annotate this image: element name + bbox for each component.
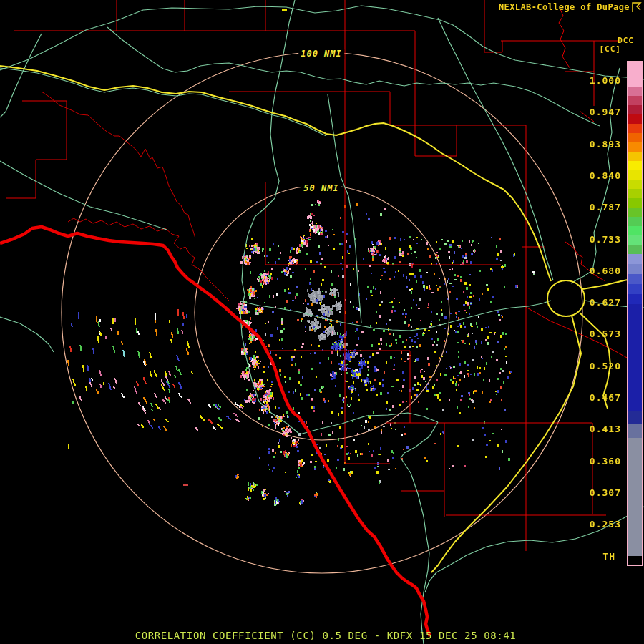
colorbar-tick-label: 0.787	[590, 202, 621, 213]
colorbar-tick-label: 0.680	[590, 265, 621, 277]
colorbar	[627, 61, 643, 566]
colorbar-threshold-label: TH	[602, 551, 615, 562]
ring-label-50nmi: 50 NMI	[301, 183, 341, 193]
product-title: CORRELATION COEFFICIENT (CC) 0.5 DEG - K…	[107, 630, 544, 641]
colorbar-tick-label: 0.573	[590, 328, 621, 340]
brand-text: NEXLAB-College of DuPage	[499, 2, 630, 12]
colorbar-gradient	[628, 62, 642, 565]
colorbar-tick-label: 0.253	[590, 519, 621, 530]
colorbar-tick-label: 0.307	[590, 487, 621, 499]
ring-label-100nmi: 100 NMI	[298, 49, 344, 59]
colorbar-tick-label: 0.947	[590, 107, 621, 118]
basemap-svg	[0, 0, 644, 644]
colorbar-tick-label: 0.733	[590, 234, 621, 245]
colorbar-tick-label: 0.627	[590, 297, 621, 308]
colorbar-tick-label: 0.520	[590, 361, 621, 372]
radar-viewport[interactable]: NEXLAB-College of DuPage DCC [CC] 100 NM…	[0, 0, 644, 644]
colorbar-tick-label: 0.840	[590, 170, 621, 182]
colorbar-tick-label: 0.893	[590, 139, 621, 150]
colorbar-tick-label: 0.413	[590, 424, 621, 435]
colorbar-tick-label: 0.467	[590, 392, 621, 404]
colorbar-tick-label: 0.360	[590, 456, 621, 467]
colorbar-tick-label: 1.000	[590, 75, 621, 87]
pennant-icon	[631, 1, 643, 13]
product-id: [CC]	[600, 44, 622, 54]
